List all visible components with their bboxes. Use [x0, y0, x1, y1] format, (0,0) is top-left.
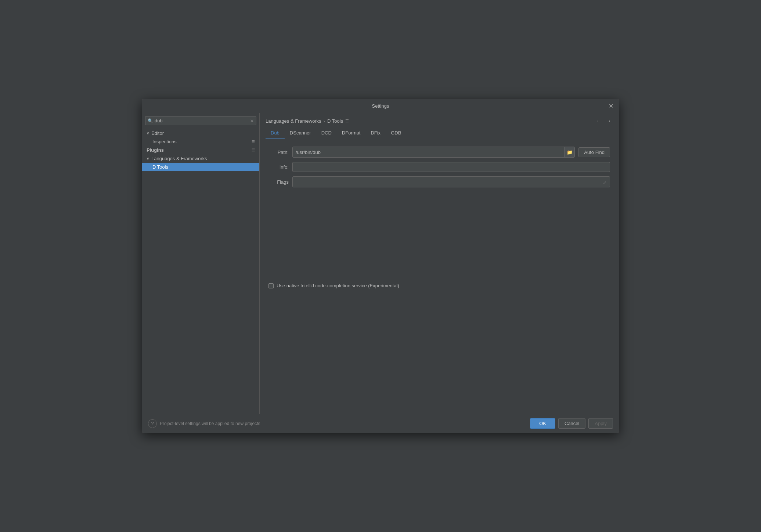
sidebar-item-label: D Tools: [152, 164, 168, 170]
info-input-wrapper: [292, 162, 610, 172]
bottom-buttons: OK Cancel Apply: [530, 418, 613, 429]
sidebar-item-label: Inspections: [152, 139, 177, 144]
folder-browse-button[interactable]: 📁: [564, 147, 574, 157]
sidebar-item-inspections[interactable]: Inspections ☰: [142, 137, 259, 146]
sidebar-item-label: Editor: [151, 130, 164, 136]
tab-dub[interactable]: Dub: [266, 128, 285, 139]
breadcrumb-separator: ›: [324, 118, 325, 124]
forward-button[interactable]: →: [604, 117, 613, 125]
native-completion-checkbox[interactable]: [268, 283, 274, 288]
breadcrumb-menu-icon[interactable]: ☰: [345, 119, 349, 123]
main-panel: Languages & Frameworks › D Tools ☰ ← → D…: [260, 113, 619, 414]
nav-section: ∨ Editor Inspections ☰ Plugins ☰ ∨ Langu…: [142, 128, 259, 172]
sidebar-item-editor[interactable]: ∨ Editor: [142, 129, 259, 137]
apply-button[interactable]: Apply: [588, 418, 613, 429]
cancel-button[interactable]: Cancel: [558, 418, 585, 429]
path-row: Path: 📁 Auto Find: [268, 147, 610, 158]
settings-icon: ☰: [252, 165, 255, 169]
sidebar-item-label: Plugins: [147, 147, 164, 153]
settings-icon: ☰: [252, 148, 255, 152]
info-input[interactable]: [293, 162, 610, 172]
tab-dfix[interactable]: DFix: [365, 128, 386, 139]
expand-icon[interactable]: ⤢: [603, 180, 608, 186]
search-input[interactable]: [155, 118, 249, 123]
tab-dcd[interactable]: DCD: [316, 128, 337, 139]
settings-dialog: Settings ✕ 🔍 ✕ ∨ Editor Inspections: [142, 99, 619, 433]
breadcrumb-part-2: D Tools: [327, 118, 343, 124]
breadcrumb-part-1: Languages & Frameworks: [266, 118, 321, 124]
search-icon: 🔍: [148, 118, 153, 123]
help-button[interactable]: ?: [148, 419, 157, 428]
flags-label: Flags: [268, 179, 289, 185]
bottom-message: Project-level settings will be applied t…: [160, 421, 260, 426]
panel-header: Languages & Frameworks › D Tools ☰ ← →: [260, 113, 619, 125]
bottom-bar: ? Project-level settings will be applied…: [142, 414, 619, 433]
sidebar-item-label: Languages & Frameworks: [151, 156, 207, 161]
auto-find-button[interactable]: Auto Find: [578, 147, 610, 157]
checkbox-section: Use native IntelliJ code-completion serv…: [268, 283, 610, 288]
tab-dscanner[interactable]: DScanner: [285, 128, 316, 139]
chevron-down-icon: ∨: [147, 157, 149, 161]
search-box: 🔍 ✕: [145, 116, 256, 125]
sidebar: 🔍 ✕ ∨ Editor Inspections ☰ Plugins: [142, 113, 260, 414]
dialog-title: Settings: [372, 103, 389, 109]
chevron-down-icon: ∨: [147, 131, 149, 135]
back-button[interactable]: ←: [594, 117, 603, 125]
tab-dformat[interactable]: DFormat: [337, 128, 366, 139]
sidebar-item-d-tools[interactable]: D Tools ☰: [142, 163, 259, 171]
info-row: Info:: [268, 162, 610, 172]
bottom-help: ? Project-level settings will be applied…: [148, 419, 530, 428]
form-area: Path: 📁 Auto Find Info: Flags: [260, 139, 619, 414]
tabs-bar: Dub DScanner DCD DFormat DFix GDB: [260, 125, 619, 139]
settings-icon: ☰: [252, 140, 255, 144]
close-button[interactable]: ✕: [607, 103, 614, 110]
path-input-wrapper: 📁: [292, 147, 575, 158]
search-clear-icon[interactable]: ✕: [250, 118, 254, 123]
path-input[interactable]: [293, 148, 564, 157]
info-label: Info:: [268, 164, 289, 170]
tab-gdb[interactable]: GDB: [386, 128, 406, 139]
breadcrumb: Languages & Frameworks › D Tools ☰: [266, 118, 349, 124]
flags-input[interactable]: [293, 177, 610, 187]
checkbox-row: Use native IntelliJ code-completion serv…: [268, 283, 610, 288]
content-area: 🔍 ✕ ∨ Editor Inspections ☰ Plugins: [142, 113, 619, 414]
sidebar-item-languages-frameworks[interactable]: ∨ Languages & Frameworks: [142, 154, 259, 163]
sidebar-item-plugins[interactable]: Plugins ☰: [142, 146, 259, 154]
checkbox-label: Use native IntelliJ code-completion serv…: [277, 283, 399, 288]
ok-button[interactable]: OK: [530, 418, 555, 429]
flags-row: Flags ⤢: [268, 176, 610, 187]
title-bar: Settings ✕: [142, 99, 619, 113]
flags-input-wrapper: ⤢: [292, 176, 610, 187]
nav-arrows: ← →: [594, 117, 613, 125]
path-label: Path:: [268, 150, 289, 155]
